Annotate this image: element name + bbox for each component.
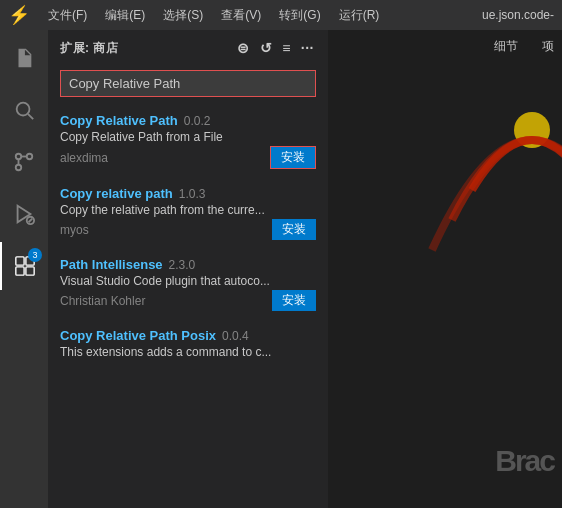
list-item[interactable]: Copy Relative Path 0.0.2 Copy Relative P… [48,105,328,178]
signal-graphic [392,30,562,310]
ext-version: 0.0.4 [222,329,249,343]
install-button[interactable]: 安装 [270,146,316,169]
activity-bar: 3 [0,30,48,508]
ext-footer: Christian Kohler 安装 [60,290,316,311]
install-button[interactable]: 安装 [272,219,316,240]
list-item[interactable]: Path Intellisense 2.3.0 Visual Studio Co… [48,249,328,320]
menu-edit[interactable]: 编辑(E) [99,5,151,26]
panel-title: 扩展: 商店 [60,40,118,57]
ext-name: Path Intellisense [60,257,163,272]
ext-footer: alexdima 安装 [60,146,316,169]
svg-point-0 [17,103,30,116]
ext-item-header: Copy Relative Path Posix 0.0.4 [60,328,316,343]
activity-run[interactable] [0,190,48,238]
svg-line-9 [29,219,33,223]
ext-footer: myos 安装 [60,219,316,240]
ext-item-header: Copy Relative Path 0.0.2 [60,113,316,128]
more-icon[interactable]: ··· [299,38,316,58]
ext-description: Copy the relative path from the curre... [60,203,316,217]
svg-rect-13 [26,267,34,275]
brace-decoration-text: Brac [495,444,554,478]
titlebar-right-text: ue.json.code- [482,8,554,22]
main-layout: 3 扩展: 商店 ⊜ ↺ ≡ ··· Copy Relative Path 0.… [0,30,562,508]
ext-name: Copy Relative Path [60,113,178,128]
ext-item-header: Copy relative path 1.0.3 [60,186,316,201]
ext-name: Copy relative path [60,186,173,201]
titlebar-menu: 文件(F) 编辑(E) 选择(S) 查看(V) 转到(G) 运行(R) [42,5,385,26]
svg-point-3 [27,154,33,160]
menu-select[interactable]: 选择(S) [157,5,209,26]
sort-icon[interactable]: ≡ [280,38,293,58]
vscode-icon: ⚡ [8,4,30,26]
svg-rect-10 [16,257,24,265]
ext-version: 2.3.0 [169,258,196,272]
activity-extensions[interactable]: 3 [0,242,48,290]
ext-description: Visual Studio Code plugin that autoco... [60,274,316,288]
svg-rect-12 [16,267,24,275]
ext-version: 1.0.3 [179,187,206,201]
titlebar: ⚡ 文件(F) 编辑(E) 选择(S) 查看(V) 转到(G) 运行(R) ue… [0,0,562,30]
svg-marker-7 [18,206,31,223]
ext-description: This extensions adds a command to c... [60,345,316,359]
ext-author: myos [60,223,89,237]
search-box-wrapper [48,66,328,105]
search-input[interactable] [60,70,316,97]
menu-goto[interactable]: 转到(G) [273,5,326,26]
svg-line-1 [28,114,33,119]
activity-source-control[interactable] [0,138,48,186]
panel-header: 扩展: 商店 ⊜ ↺ ≡ ··· [48,30,328,66]
ext-author: alexdima [60,151,108,165]
menu-file[interactable]: 文件(F) [42,5,93,26]
right-panel: 细节 项 Brac [328,30,562,508]
ext-description: Copy Relative Path from a File [60,130,316,144]
filter-icon[interactable]: ⊜ [235,38,252,58]
list-item[interactable]: Copy Relative Path Posix 0.0.4 This exte… [48,320,328,370]
svg-point-2 [16,165,22,171]
refresh-icon[interactable]: ↺ [258,38,275,58]
ext-version: 0.0.2 [184,114,211,128]
extension-list: Copy Relative Path 0.0.2 Copy Relative P… [48,105,328,508]
ext-author: Christian Kohler [60,294,145,308]
ext-name: Copy Relative Path Posix [60,328,216,343]
svg-point-4 [16,154,22,160]
install-button[interactable]: 安装 [272,290,316,311]
menu-view[interactable]: 查看(V) [215,5,267,26]
list-item[interactable]: Copy relative path 1.0.3 Copy the relati… [48,178,328,249]
activity-search[interactable] [0,86,48,134]
activity-explorer[interactable] [0,34,48,82]
menu-run[interactable]: 运行(R) [333,5,386,26]
panel-header-icons: ⊜ ↺ ≡ ··· [235,38,316,58]
extensions-badge: 3 [28,248,42,262]
extensions-panel: 扩展: 商店 ⊜ ↺ ≡ ··· Copy Relative Path 0.0.… [48,30,328,508]
ext-item-header: Path Intellisense 2.3.0 [60,257,316,272]
